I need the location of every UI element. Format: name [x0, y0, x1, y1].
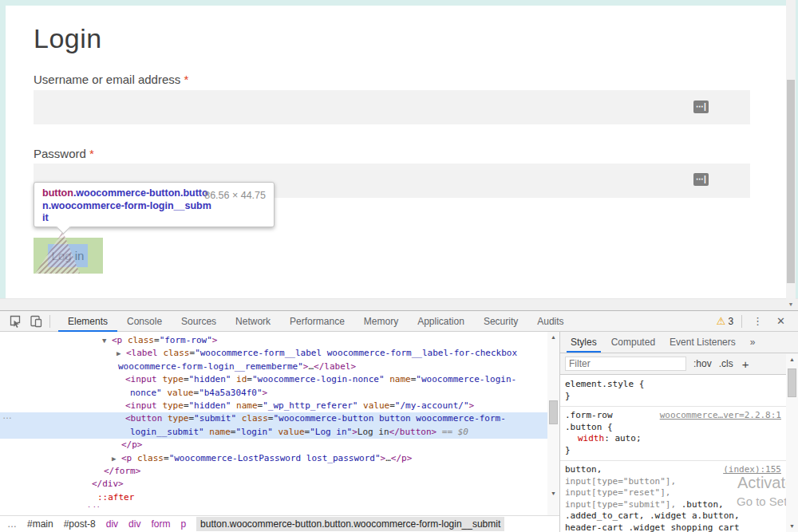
tooltip-selector: button.woocommerce-button.button.woocomm…: [42, 187, 213, 225]
devtools-tabs: ElementsConsoleSourcesNetworkPerformance…: [58, 311, 574, 331]
stylesheet-source-link[interactable]: (index):155: [723, 464, 781, 476]
sidebar-tab-computed[interactable]: Computed: [604, 332, 662, 353]
text-caret-icon[interactable]: ⋯|: [693, 173, 709, 186]
page-vertical-scrollbar[interactable]: [786, 0, 796, 298]
devtools-tab-security[interactable]: Security: [474, 311, 527, 331]
sidebar-tab-styles[interactable]: Styles: [563, 332, 604, 353]
scroll-up-button[interactable]: ▲: [547, 332, 559, 343]
required-asterisk: *: [184, 73, 188, 86]
devtools-main: ▼<p class="form-row">▶<label class="wooc…: [0, 332, 798, 532]
devtools-tab-memory[interactable]: Memory: [354, 311, 408, 331]
breadcrumb-item[interactable]: #post-8: [64, 518, 96, 530]
scroll-down-button[interactable]: ▼: [786, 298, 796, 310]
breadcrumb-item[interactable]: form: [151, 518, 170, 530]
dom-tree-line[interactable]: </form>: [0, 465, 547, 478]
dom-tree-line[interactable]: <input type="hidden" name="_wp_http_refe…: [0, 400, 547, 412]
breadcrumb-bar: …#main#post-8divdivformpbutton.woocommer…: [0, 515, 559, 532]
style-rule-line[interactable]: input[type="submit"], .button,: [565, 499, 781, 511]
webpage-content: Login Username or email address * ⋯| Pas…: [6, 6, 786, 298]
styles-filter-row: :hov .cls +: [560, 353, 798, 375]
stylesheet-source-link[interactable]: woocommerce…ver=2.2.8:1: [660, 410, 781, 422]
warning-icon: ⚠: [717, 315, 726, 327]
breadcrumb-item[interactable]: p: [180, 518, 186, 530]
breadcrumb-item[interactable]: #main: [27, 518, 53, 530]
devtools-menu-icon[interactable]: ⋮: [745, 315, 770, 327]
breadcrumb-item-selected[interactable]: button.woocommerce-button.button.woocomm…: [196, 517, 504, 531]
style-rule-line[interactable]: input[type="reset"],: [565, 487, 781, 499]
style-rule: woocommerce…ver=2.2.8:1.form-row.button …: [560, 407, 786, 461]
breadcrumb-item[interactable]: …: [7, 518, 17, 530]
scroll-down-button[interactable]: ▼: [547, 488, 559, 499]
dom-tree-line[interactable]: ::after: [0, 491, 547, 504]
sidebar-tab-event-listeners[interactable]: Event Listeners: [662, 332, 743, 353]
style-rule-line[interactable]: header-cart .widget_shopping_cart: [565, 522, 781, 532]
scroll-up-button[interactable]: ▲: [786, 354, 798, 365]
tooltip-tag: button: [42, 187, 73, 199]
devtools-close-icon[interactable]: ✕: [770, 315, 792, 327]
devtools-panel: ElementsConsoleSourcesNetworkPerformance…: [0, 311, 798, 532]
styles-rules: element.style {}woocommerce…ver=2.2.8:1.…: [560, 376, 786, 532]
devtools-tab-sources[interactable]: Sources: [172, 311, 226, 331]
page-title: Login: [34, 23, 102, 54]
webpage-viewport: Login Username or email address * ⋯| Pas…: [0, 0, 798, 310]
style-rule-line[interactable]: (index):155button,: [565, 464, 781, 476]
styles-scrollbar[interactable]: ▲ ▼: [786, 354, 798, 532]
breadcrumb-item[interactable]: div: [128, 518, 140, 530]
style-rule-line[interactable]: .button {: [565, 422, 781, 434]
style-rule-line[interactable]: input[type="button"],: [565, 476, 781, 488]
style-rule-line[interactable]: }: [565, 391, 781, 403]
page-horizontal-scrollbar[interactable]: [0, 298, 798, 310]
style-rule-line[interactable]: element.style {: [565, 379, 781, 391]
dom-tree-line[interactable]: ▼<p class="form-row">: [0, 334, 547, 347]
dom-tree-line[interactable]: </div>: [0, 478, 547, 491]
sidebar-tab-more[interactable]: »: [743, 332, 763, 353]
new-style-rule-button[interactable]: +: [742, 357, 749, 371]
dom-tree-scrollbar[interactable]: ▲ ▼: [547, 332, 559, 515]
cls-toggle[interactable]: .cls: [719, 358, 733, 369]
username-input[interactable]: [34, 90, 750, 124]
breadcrumb-item[interactable]: div: [106, 518, 118, 530]
dom-tree-line-selected[interactable]: <button type="submit" class="woocommerce…: [0, 412, 547, 425]
password-label: Password *: [34, 147, 94, 160]
dom-tree: ▼<p class="form-row">▶<label class="wooc…: [0, 332, 547, 507]
inspect-element-icon[interactable]: [5, 313, 26, 330]
browser-window: Login Username or email address * ⋯| Pas…: [0, 0, 798, 532]
styles-sidebar: StylesComputedEvent Listeners» :hov .cls…: [560, 332, 798, 532]
dom-tree-line[interactable]: <input type="hidden" id="woocommerce-log…: [0, 373, 547, 386]
dom-tree-line[interactable]: </div>: [0, 504, 547, 507]
devtools-tab-network[interactable]: Network: [226, 311, 280, 331]
warning-count: 3: [728, 316, 733, 327]
styles-filter-input[interactable]: [565, 357, 686, 371]
dom-tree-line[interactable]: nonce" value="b4a5a304f0">: [0, 387, 547, 400]
scroll-down-button[interactable]: ▼: [786, 521, 798, 532]
text-caret-icon[interactable]: ⋯|: [693, 100, 709, 113]
devtools-tab-elements[interactable]: Elements: [58, 311, 117, 331]
dom-tree-line[interactable]: </p>: [0, 439, 547, 451]
dom-tree-line[interactable]: ▶<label class="woocommerce-form__label w…: [0, 347, 547, 360]
elements-pane: ▼<p class="form-row">▶<label class="wooc…: [0, 332, 559, 524]
scrollbar-thumb[interactable]: [788, 368, 796, 397]
device-toolbar-icon[interactable]: [26, 313, 46, 330]
style-rule-line[interactable]: .added_to_cart, .widget a.button,: [565, 510, 781, 522]
sidebar-tabs: StylesComputedEvent Listeners»: [560, 332, 798, 353]
devtools-tab-console[interactable]: Console: [117, 311, 172, 331]
dom-tree-line[interactable]: ▶<p class="woocommerce-LostPassword lost…: [0, 452, 547, 465]
devtools-toolbar: ElementsConsoleSourcesNetworkPerformance…: [0, 311, 798, 332]
toolbar-divider: [49, 315, 50, 328]
devtools-tab-audits[interactable]: Audits: [527, 311, 573, 331]
style-rule-line[interactable]: width: auto;: [565, 433, 781, 445]
devtools-tab-performance[interactable]: Performance: [280, 311, 354, 331]
devtools-tab-application[interactable]: Application: [408, 311, 474, 331]
scrollbar-thumb[interactable]: [549, 400, 558, 424]
hov-toggle[interactable]: :hov: [693, 358, 712, 369]
style-rule-line[interactable]: }: [565, 445, 781, 457]
dom-tree-line[interactable]: woocommerce-form-login__rememberme">…</l…: [0, 361, 547, 373]
style-rule: element.style {}: [560, 376, 786, 407]
console-warning-badge[interactable]: ⚠ 3: [712, 315, 738, 327]
scrollbar-thumb[interactable]: [787, 80, 795, 283]
node-options-handle[interactable]: …: [2, 410, 12, 421]
style-rule: (index):155button,input[type="button"],i…: [560, 461, 786, 532]
style-rule-line[interactable]: woocommerce…ver=2.2.8:1.form-row: [565, 410, 781, 422]
dom-tree-line-selected[interactable]: login__submit" name="login" value="Log i…: [0, 426, 547, 439]
inspect-tooltip: button.woocommerce-button.button.woocomm…: [34, 182, 275, 227]
